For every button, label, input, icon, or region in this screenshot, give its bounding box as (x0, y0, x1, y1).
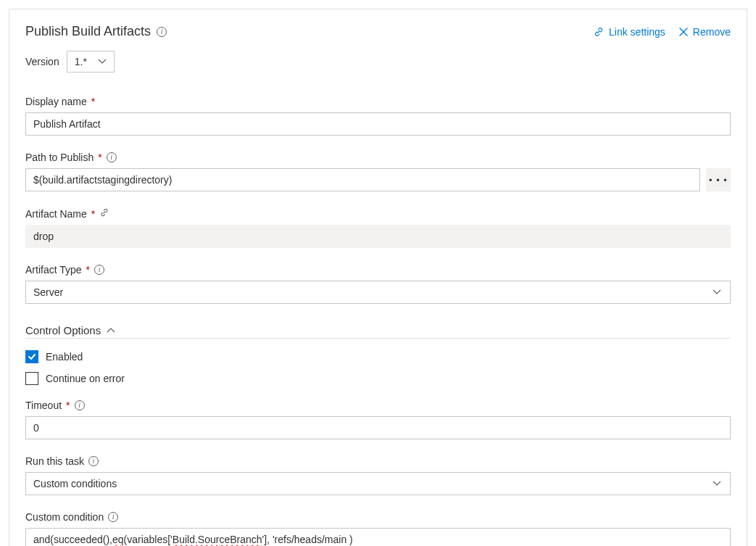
run-this-task-label: Run this task i (25, 455, 731, 467)
continue-on-error-checkbox[interactable] (25, 372, 38, 385)
artifact-name-label: Artifact Name * (25, 207, 731, 220)
timeout-label: Timeout * i (25, 400, 731, 411)
path-to-publish-label: Path to Publish * i (25, 152, 731, 163)
browse-button[interactable]: • • • (706, 168, 731, 191)
custom-condition-input[interactable]: and(succeeded(), eq(variables['Build.Sou… (25, 528, 731, 546)
continue-on-error-label: Continue on error (46, 373, 125, 384)
custom-condition-field: Custom condition i and(succeeded(), eq(v… (25, 511, 731, 546)
remove-label: Remove (693, 26, 731, 38)
info-icon[interactable]: i (88, 456, 99, 466)
required-asterisk: * (66, 400, 70, 411)
chevron-up-icon (107, 326, 115, 336)
required-asterisk: * (86, 264, 90, 276)
custom-condition-label: Custom condition i (25, 511, 731, 523)
path-to-publish-input[interactable] (25, 168, 700, 191)
section-title: Control Options (25, 324, 101, 336)
enabled-checkbox[interactable] (25, 350, 38, 363)
run-this-task-select[interactable]: Custom conditions (25, 472, 731, 495)
header-actions: Link settings Remove (593, 26, 731, 38)
artifact-type-field: Artifact Type * i Server (25, 264, 731, 304)
info-icon[interactable]: i (94, 265, 104, 275)
task-config-panel: Publish Build Artifacts i Link settings … (9, 9, 747, 546)
link-settings-label: Link settings (609, 26, 665, 38)
enabled-label: Enabled (46, 351, 83, 363)
version-row: Version 1.* (25, 51, 731, 73)
link-settings-button[interactable]: Link settings (593, 26, 665, 38)
info-icon[interactable]: i (157, 27, 167, 37)
version-select[interactable]: 1.* (67, 51, 115, 73)
link-icon (593, 26, 605, 38)
enabled-row: Enabled (25, 350, 731, 363)
display-name-input[interactable] (25, 112, 731, 136)
artifact-type-select[interactable]: Server (25, 281, 731, 304)
close-icon (678, 27, 689, 37)
info-icon[interactable]: i (75, 400, 85, 410)
timeout-input[interactable] (25, 416, 731, 439)
version-label: Version (25, 56, 59, 67)
required-asterisk: * (91, 208, 95, 220)
artifact-name-input[interactable] (25, 225, 731, 248)
continue-on-error-row: Continue on error (25, 372, 731, 385)
artifact-type-label: Artifact Type * i (25, 264, 731, 276)
required-asterisk: * (98, 152, 101, 163)
path-to-publish-field: Path to Publish * i • • • (25, 152, 731, 191)
timeout-field: Timeout * i (25, 400, 731, 439)
display-name-field: Display name * (25, 96, 731, 136)
run-this-task-field: Run this task i Custom conditions (25, 455, 731, 495)
path-input-row: • • • (25, 168, 731, 191)
remove-button[interactable]: Remove (678, 26, 731, 38)
header-row: Publish Build Artifacts i Link settings … (25, 24, 731, 39)
control-options-header[interactable]: Control Options (25, 324, 731, 339)
required-asterisk: * (91, 96, 95, 107)
info-icon[interactable]: i (108, 512, 118, 522)
task-title: Publish Build Artifacts (25, 24, 151, 39)
title-group: Publish Build Artifacts i (25, 24, 167, 39)
display-name-label: Display name * (25, 96, 731, 107)
link-icon[interactable] (99, 207, 109, 220)
artifact-name-field: Artifact Name * (25, 207, 731, 248)
info-icon[interactable]: i (107, 152, 117, 162)
